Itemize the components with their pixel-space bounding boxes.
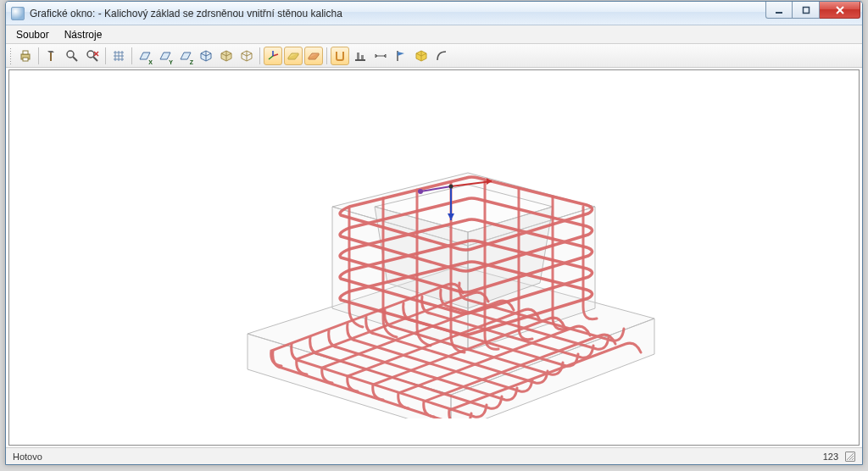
statusbar: Hotovo 123 — [6, 447, 862, 464]
svg-line-16 — [269, 56, 273, 59]
align-bottom-icon — [353, 49, 367, 63]
svg-point-9 — [67, 51, 74, 58]
view-cube2-button[interactable] — [237, 47, 256, 65]
svg-line-12 — [93, 57, 97, 61]
magnifier-cancel-icon — [86, 49, 99, 63]
svg-rect-6 — [23, 58, 28, 61]
tool-dim-button[interactable] — [371, 47, 390, 65]
dimension-icon — [374, 49, 387, 63]
svg-line-15 — [273, 54, 278, 56]
view-z-button[interactable]: Z — [176, 47, 195, 65]
close-button[interactable] — [820, 2, 860, 19]
svg-rect-8 — [50, 53, 52, 61]
slab-yellow-icon — [287, 49, 300, 63]
cube-iso-icon — [199, 49, 213, 63]
view-iso-button[interactable] — [197, 47, 215, 65]
zoom-button[interactable] — [63, 47, 81, 65]
tool-u-button[interactable] — [331, 47, 349, 65]
svg-rect-1 — [803, 7, 809, 13]
plane-yellow-button[interactable] — [284, 47, 303, 65]
axes3d-button[interactable] — [264, 47, 282, 65]
svg-rect-20 — [361, 55, 364, 59]
menu-tools[interactable]: Nástroje — [58, 27, 109, 42]
magnifier-icon — [65, 49, 79, 63]
plane-orange-button[interactable] — [304, 47, 323, 65]
menu-file[interactable]: Soubor — [9, 27, 56, 42]
axes3d-icon — [266, 49, 280, 63]
slab-orange-icon — [307, 49, 320, 63]
minimize-button[interactable] — [765, 2, 793, 19]
maximize-button[interactable] — [793, 2, 820, 19]
printer-icon — [19, 49, 32, 63]
model-render — [197, 97, 671, 418]
cube-icon — [220, 49, 233, 63]
view-x-button[interactable]: X — [136, 47, 154, 65]
tool-arc-button[interactable] — [432, 47, 451, 65]
grid-button[interactable] — [109, 47, 128, 65]
tool-flag-button[interactable] — [392, 47, 410, 65]
window-title: Grafické okno: - Kalichový základ se zdr… — [30, 8, 342, 19]
view-cube-button[interactable] — [217, 47, 236, 65]
svg-line-10 — [73, 57, 77, 61]
svg-rect-19 — [357, 53, 359, 59]
hammer-icon — [45, 49, 58, 63]
box-yellow-icon — [415, 49, 428, 63]
zoom-cancel-button[interactable] — [83, 47, 102, 65]
svg-point-29 — [449, 185, 453, 189]
titlebar[interactable]: Grafické okno: - Kalichový základ se zdr… — [6, 2, 862, 25]
flag-icon — [394, 49, 408, 63]
svg-marker-7 — [47, 51, 54, 53]
arc-icon — [435, 49, 448, 63]
app-window: Grafické okno: - Kalichový základ se zdr… — [5, 1, 863, 465]
svg-point-28 — [418, 189, 423, 194]
viewport-3d[interactable] — [8, 69, 860, 446]
status-right: 123 — [823, 452, 838, 462]
maximize-icon — [802, 6, 810, 14]
menubar: Soubor Nástroje — [6, 25, 862, 44]
tool-box-button[interactable] — [412, 47, 431, 65]
resize-grip[interactable] — [845, 452, 855, 462]
print-button[interactable] — [16, 47, 35, 65]
tool-select-button[interactable] — [42, 47, 61, 65]
svg-rect-5 — [23, 51, 28, 54]
tool-align-button[interactable] — [351, 47, 370, 65]
app-icon — [11, 7, 25, 20]
status-text: Hotovo — [13, 452, 42, 462]
grid-icon — [112, 49, 125, 63]
toolbar: X Y Z — [6, 44, 862, 68]
view-y-button[interactable]: Y — [156, 47, 175, 65]
minimize-icon — [775, 6, 783, 14]
toolbar-grip[interactable] — [9, 47, 13, 64]
cube-wire-icon — [240, 49, 253, 63]
window-controls — [765, 2, 860, 19]
close-icon — [835, 5, 845, 15]
svg-point-11 — [87, 51, 94, 58]
u-shape-icon — [333, 49, 347, 63]
